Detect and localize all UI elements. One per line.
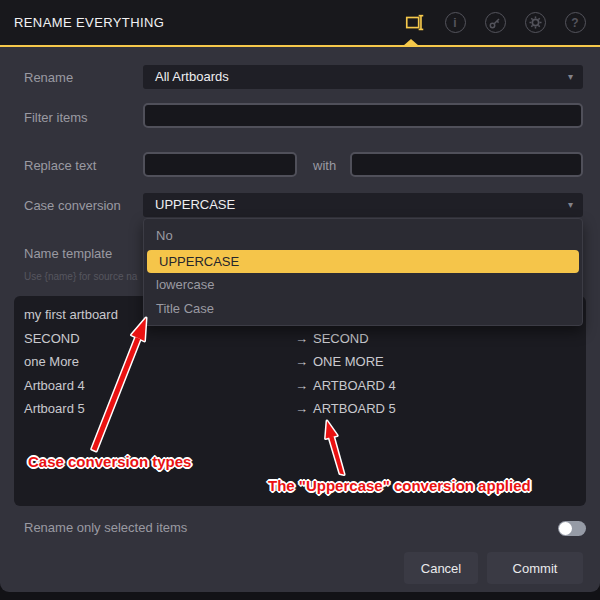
arrow-right-icon: → (295, 397, 308, 420)
result-name: SECOND (313, 327, 369, 350)
menu-item-title-case[interactable]: Title Case (144, 297, 582, 321)
page-title: RENAME EVERYTHING (14, 0, 164, 45)
toggle-knob (559, 522, 572, 535)
commit-button[interactable]: Commit (487, 552, 583, 584)
case-conversion-select[interactable]: UPPERCASE ▾ (143, 193, 583, 217)
case-conversion-value: UPPERCASE (155, 197, 235, 212)
preview-row: one More → ONE MORE (14, 350, 586, 373)
chevron-down-icon: ▾ (568, 193, 573, 217)
header-icon-row: i (404, 0, 586, 45)
help-icon[interactable]: ? (564, 12, 586, 34)
filter-items-label: Filter items (24, 110, 88, 125)
replace-search-input[interactable] (143, 152, 297, 177)
rename-select-value: All Artboards (155, 69, 229, 84)
result-name: ONE MORE (313, 350, 384, 373)
source-name: Artboard 5 (24, 397, 85, 420)
filter-items-input[interactable] (143, 103, 583, 128)
arrow-right-icon: → (295, 350, 308, 373)
case-conversion-menu: No UPPERCASE lowercase Title Case (143, 218, 583, 326)
rename-select[interactable]: All Artboards ▾ (143, 65, 583, 89)
arrow-right-icon: → (295, 374, 308, 397)
preview-row: Artboard 4 → ARTBOARD 4 (14, 374, 586, 397)
chevron-down-icon: ▾ (568, 65, 573, 89)
info-icon[interactable]: i (444, 12, 466, 34)
cancel-button[interactable]: Cancel (404, 552, 478, 584)
menu-item-uppercase[interactable]: UPPERCASE (147, 250, 579, 273)
rename-only-selected-toggle[interactable] (558, 521, 586, 536)
menu-item-no[interactable]: No (144, 224, 582, 248)
replace-text-label: Replace text (24, 158, 96, 173)
source-name: my first artboard (24, 303, 118, 326)
replace-with-input[interactable] (350, 152, 583, 177)
menu-item-lowercase[interactable]: lowercase (144, 273, 582, 297)
preview-row: Artboard 5 → ARTBOARD 5 (14, 397, 586, 420)
artboard-rename-icon[interactable] (404, 12, 426, 34)
source-name: one More (24, 350, 79, 373)
key-icon[interactable] (484, 12, 506, 34)
rename-label: Rename (24, 70, 73, 85)
name-template-hint: Use {name} for source na (24, 271, 137, 282)
accent-underline (0, 45, 600, 47)
preview-row: SECOND → SECOND (14, 327, 586, 350)
rename-preview-panel: my first artboard SECOND → SECOND one Mo… (14, 296, 586, 506)
arrow-right-icon: → (295, 327, 308, 350)
gear-icon[interactable] (524, 12, 546, 34)
source-name: SECOND (24, 327, 80, 350)
name-template-label: Name template (24, 246, 112, 261)
result-name: ARTBOARD 4 (313, 374, 396, 397)
rename-everything-dialog: RENAME EVERYTHING i (0, 0, 600, 592)
with-label: with (313, 158, 336, 173)
rename-only-selected-label: Rename only selected items (24, 520, 187, 535)
case-conversion-label: Case conversion (24, 198, 121, 213)
result-name: ARTBOARD 5 (313, 397, 396, 420)
source-name: Artboard 4 (24, 374, 85, 397)
header-bar: RENAME EVERYTHING i (0, 0, 600, 45)
active-tab-pointer (403, 39, 419, 46)
